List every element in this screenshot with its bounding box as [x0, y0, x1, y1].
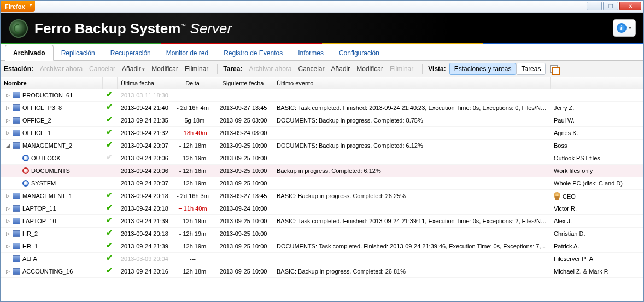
- col-delta[interactable]: Delta: [172, 77, 213, 89]
- grid-header: Nombre Última fecha Delta Siguiente fech…: [1, 77, 643, 89]
- computer-icon: [13, 117, 20, 124]
- copy-icon[interactable]: [550, 65, 558, 73]
- table-row[interactable]: ▷LAPTOP_102013-09-24 21:39- 12h 19m2013-…: [1, 215, 643, 228]
- computer-icon: [13, 205, 20, 212]
- expand-icon[interactable]: ▷: [5, 243, 10, 249]
- owner: Patrick A.: [551, 243, 643, 249]
- view-estaciones-y-tareas-button[interactable]: Estaciones y tareas: [449, 63, 517, 75]
- expand-icon[interactable]: ▷: [5, 231, 10, 236]
- table-row[interactable]: SYSTEM2013-09-24 20:07- 12h 19m2013-09-2…: [1, 177, 643, 190]
- station-modificar-button[interactable]: Modificar: [148, 63, 182, 74]
- expand-icon[interactable]: ▷: [5, 218, 10, 224]
- checkmark-icon: [106, 217, 114, 224]
- brand-main: Ferro Backup System: [34, 20, 180, 37]
- col-last-date[interactable]: Última fecha: [118, 77, 172, 89]
- chevron-down-icon: ▼: [628, 26, 633, 31]
- last-date: 2013-09-24 20:07: [118, 180, 172, 187]
- expand-icon[interactable]: ▷: [5, 92, 10, 98]
- checkmark-icon: [106, 192, 114, 199]
- last-date: 2013-09-24 21:39: [118, 218, 172, 224]
- task-a-adir-button[interactable]: Añadir: [328, 63, 354, 74]
- station-a-adir-button[interactable]: Añadir: [119, 63, 148, 74]
- row-name: OUTLOOK: [31, 155, 61, 161]
- row-name: PRODUCTION_61: [22, 92, 73, 98]
- table-row[interactable]: ▷OFFICE_12013-09-24 21:32+ 18h 40m2013-0…: [1, 127, 643, 140]
- next-date: 2013-09-25 10:00: [213, 142, 273, 149]
- last-date: 2013-09-24 20:06: [118, 167, 172, 174]
- next-date: 2013-09-25 10:00: [213, 218, 273, 224]
- delta: - 12h 18m: [172, 167, 213, 174]
- info-icon: i: [617, 23, 627, 33]
- firefox-menu-button[interactable]: Firefox: [1, 1, 35, 12]
- app-title: Ferro Backup System™ Server: [34, 20, 232, 37]
- expand-icon[interactable]: ▷: [5, 118, 10, 123]
- app-logo-icon: [9, 19, 28, 38]
- window-close-button[interactable]: ✕: [619, 2, 641, 10]
- expand-icon[interactable]: ▷: [5, 193, 10, 199]
- expand-icon[interactable]: ▷: [5, 130, 10, 136]
- tab-registro-de-eventos[interactable]: Registro de Eventos: [216, 45, 290, 60]
- next-date: 2013-09-24 10:00: [213, 205, 273, 212]
- table-row[interactable]: ▷OFFICE_22013-09-24 21:35- 5g 18m2013-09…: [1, 114, 643, 127]
- station-eliminar-button[interactable]: Eliminar: [182, 63, 212, 74]
- tab-configuraci-n[interactable]: Configuración: [331, 45, 387, 60]
- checkmark-icon: [106, 117, 114, 123]
- table-row[interactable]: ▷HR_22013-09-24 20:18- 12h 19m2013-09-25…: [1, 228, 643, 240]
- checkmark-icon: [106, 242, 114, 249]
- last-event: BASIC: Backup in progress. Completed: 26…: [273, 268, 551, 275]
- tab-recuperaci-n[interactable]: Recuperación: [103, 45, 159, 60]
- owner: Outlook PST files: [551, 155, 643, 161]
- col-last-event[interactable]: Último evento: [273, 77, 551, 89]
- table-row[interactable]: ◢MANAGEMENT_22013-09-24 20:07- 12h 18m20…: [1, 140, 643, 152]
- table-row[interactable]: ▷OFFICE_P3_82013-09-24 21:40- 2d 16h 4m2…: [1, 102, 643, 114]
- col-next-date[interactable]: Siguiente fecha: [213, 77, 273, 89]
- expand-icon[interactable]: ◢: [5, 143, 10, 148]
- next-date: 2013-09-25 10:00: [213, 230, 273, 237]
- expand-icon[interactable]: ▷: [5, 206, 10, 211]
- row-name: MANAGEMENT_1: [22, 193, 72, 199]
- expand-icon[interactable]: ▷: [5, 269, 10, 274]
- col-name[interactable]: Nombre: [1, 77, 103, 89]
- table-row[interactable]: ▷LAPTOP_112013-09-24 20:18+ 11h 40m2013-…: [1, 202, 643, 215]
- delta: - 2d 16h 3m: [172, 193, 213, 199]
- grid-body[interactable]: ▷PRODUCTION_612013-03-11 18:30------▷OFF…: [1, 89, 643, 301]
- next-date: 2013-09-25 10:00: [213, 243, 273, 249]
- window-maximize-button[interactable]: ❐: [603, 2, 618, 10]
- table-row[interactable]: ▷PRODUCTION_612013-03-11 18:30------: [1, 89, 643, 102]
- task-archivar-ahora-button: Archivar ahora: [245, 63, 295, 74]
- col-status[interactable]: [103, 77, 118, 89]
- table-row[interactable]: OUTLOOK2013-09-24 20:06- 12h 19m2013-09-…: [1, 152, 643, 165]
- app-banner: Ferro Backup System™ Server i ▼: [1, 13, 643, 44]
- last-event: BASIC: Backup in progress. Completed: 26…: [273, 193, 551, 199]
- toolbar-task-label: Tarea:: [223, 65, 242, 73]
- delta: - 5g 18m: [172, 117, 213, 124]
- tab-archivado[interactable]: Archivado: [5, 45, 54, 61]
- delta: + 11h 40m: [172, 205, 213, 212]
- view-tareas-button[interactable]: Tareas: [516, 63, 546, 75]
- task-eliminar-button: Eliminar: [387, 63, 417, 74]
- col-owner[interactable]: [551, 77, 643, 89]
- next-date: 2013-09-25 10:00: [213, 268, 273, 275]
- tab-replicaci-n[interactable]: Replicación: [54, 45, 103, 60]
- table-row[interactable]: ▷MANAGEMENT_12013-09-24 20:18- 2d 16h 3m…: [1, 190, 643, 202]
- computer-icon: [13, 230, 20, 237]
- tab-monitor-de-red[interactable]: Monitor de red: [159, 45, 216, 60]
- window-minimize-button[interactable]: —: [587, 2, 602, 10]
- table-row[interactable]: ▷HR_12013-09-24 21:39- 12h 19m2013-09-25…: [1, 240, 643, 253]
- next-date: 2013-09-27 13:45: [213, 104, 273, 111]
- computer-icon: [13, 255, 20, 262]
- help-button[interactable]: i ▼: [613, 19, 636, 37]
- table-row[interactable]: DOCUMENTS2013-09-24 20:06- 12h 18m2013-0…: [1, 165, 643, 177]
- owner: Jerry Z.: [551, 104, 643, 111]
- expand-icon[interactable]: ▷: [5, 105, 10, 111]
- owner: CEO: [551, 192, 643, 200]
- last-date: 2013-09-24 20:18: [118, 193, 172, 199]
- checkmark-icon: [106, 142, 114, 148]
- table-row[interactable]: ALFA2013-03-09 20:04---Fileserver P_A: [1, 253, 643, 265]
- task-modificar-button[interactable]: Modificar: [353, 63, 387, 74]
- delta: ---: [172, 255, 213, 262]
- computer-icon: [13, 243, 20, 249]
- task-cancelar-button[interactable]: Cancelar: [295, 63, 328, 74]
- table-row[interactable]: ▷ACCOUNTING_162013-09-24 20:16- 12h 18m2…: [1, 265, 643, 278]
- tab-informes[interactable]: Informes: [290, 45, 331, 60]
